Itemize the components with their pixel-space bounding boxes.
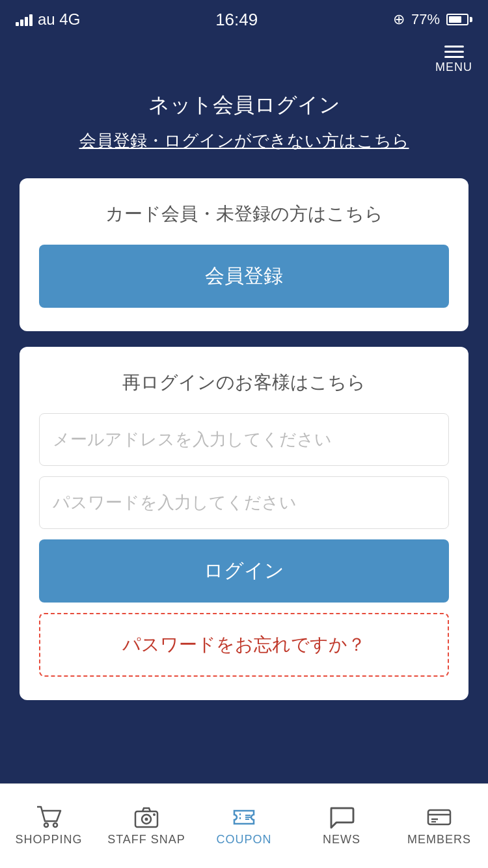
login-button[interactable]: ログイン xyxy=(39,539,449,603)
main-content: カード会員・未登録の方はこちら 会員登録 再ログインのお客様はこちら ログイン … xyxy=(0,165,488,783)
menu-button[interactable]: MENU xyxy=(435,46,472,74)
location-icon: ⊕ xyxy=(393,11,405,28)
battery-icon xyxy=(446,14,472,25)
coupon-ticket-icon xyxy=(231,806,257,829)
login-card: 再ログインのお客様はこちら ログイン パスワードをお忘れですか？ xyxy=(20,347,468,700)
svg-point-0 xyxy=(44,823,48,827)
svg-point-4 xyxy=(145,818,148,821)
card-icon xyxy=(426,806,452,829)
status-bar: au 4G 16:49 ⊕ 77% xyxy=(0,0,488,39)
shopping-cart-icon xyxy=(36,806,62,829)
nav-item-staff-snap[interactable]: STAFF SNAP xyxy=(98,799,195,853)
register-card-title: カード会員・未登録の方はこちら xyxy=(39,202,449,226)
page-title-section: ネット会員ログイン 会員登録・ログインができない方はこちら xyxy=(0,85,488,165)
nav-label-news: NEWS xyxy=(323,833,360,847)
status-time: 16:49 xyxy=(215,10,258,30)
bottom-nav: SHOPPING STAFF SNAP COUPON NEWS xyxy=(0,783,488,868)
password-input[interactable] xyxy=(39,476,449,529)
registration-help-link[interactable]: 会員登録・ログインができない方はこちら xyxy=(0,129,488,152)
nav-label-staff-snap: STAFF SNAP xyxy=(107,833,185,847)
svg-point-5 xyxy=(153,813,156,816)
login-card-title: 再ログインのお客様はこちら xyxy=(39,370,449,395)
status-right: ⊕ 77% xyxy=(393,11,472,28)
forgot-password-button[interactable]: パスワードをお忘れですか？ xyxy=(39,613,449,677)
nav-item-members[interactable]: MEMBERS xyxy=(390,799,488,853)
email-input[interactable] xyxy=(39,413,449,466)
menu-label: MENU xyxy=(435,61,472,74)
register-button[interactable]: 会員登録 xyxy=(39,245,449,308)
nav-label-shopping: SHOPPING xyxy=(15,833,82,847)
signal-icon xyxy=(16,13,33,26)
page-title: ネット会員ログイン xyxy=(0,91,488,120)
register-card: カード会員・未登録の方はこちら 会員登録 xyxy=(20,178,468,331)
camera-icon xyxy=(133,806,159,829)
nav-item-news[interactable]: NEWS xyxy=(293,799,390,853)
svg-point-1 xyxy=(53,823,57,827)
carrier-label: au 4G xyxy=(38,10,80,29)
chat-bubble-icon xyxy=(329,806,355,829)
nav-label-members: MEMBERS xyxy=(407,833,471,847)
nav-item-coupon[interactable]: COUPON xyxy=(195,799,293,853)
header: MENU xyxy=(0,39,488,85)
status-left: au 4G xyxy=(16,10,80,29)
nav-item-shopping[interactable]: SHOPPING xyxy=(0,799,98,853)
battery-percent: 77% xyxy=(411,11,440,28)
hamburger-icon xyxy=(444,46,464,58)
nav-label-coupon: COUPON xyxy=(216,833,271,847)
